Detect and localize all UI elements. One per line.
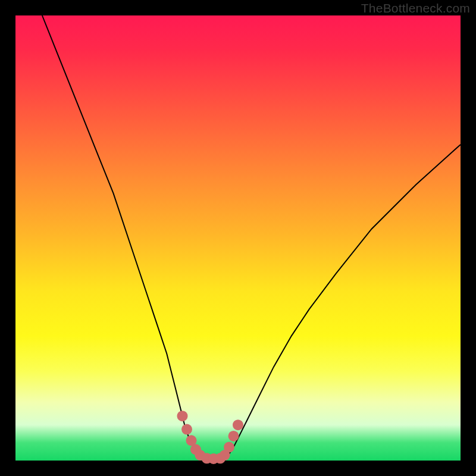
- marker-dot: [177, 411, 188, 421]
- highlight-markers: [177, 411, 244, 464]
- watermark-text: TheBottleneck.com: [361, 1, 470, 15]
- curve-svg: [15, 15, 461, 461]
- marker-dot: [224, 442, 234, 453]
- bottleneck-curve-left: [42, 15, 202, 458]
- marker-dot: [233, 419, 243, 430]
- chart-frame: TheBottleneck.com: [0, 0, 476, 476]
- plot-area: [15, 15, 461, 461]
- marker-dot: [228, 431, 239, 441]
- marker-dot: [181, 424, 192, 435]
- bottleneck-curve-right: [225, 145, 461, 458]
